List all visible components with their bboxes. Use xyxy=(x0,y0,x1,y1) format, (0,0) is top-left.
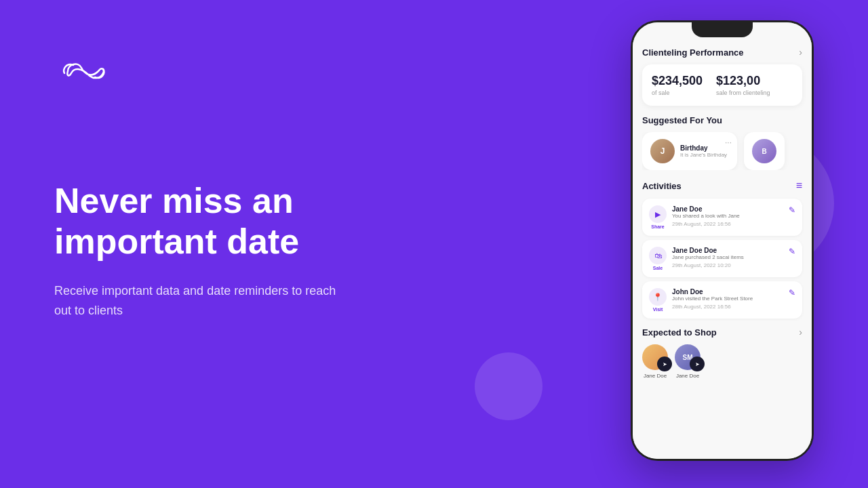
expected-title: Expected to Shop xyxy=(642,327,717,338)
activities-section: Activities ≡ ▶ Share Jane Doe You shared… xyxy=(642,180,802,319)
activity-edit-icon-3[interactable]: ✎ xyxy=(789,288,795,298)
expected-nav-btn-1[interactable]: ➤ xyxy=(657,357,672,371)
activity-name-2: Jane Doe Doe xyxy=(672,247,783,254)
activity-item-share[interactable]: ▶ Share Jane Doe You shared a look with … xyxy=(642,199,802,236)
main-headline: Never miss an important date xyxy=(54,181,448,262)
activity-body-2: Jane Doe Doe Jane purchased 2 sacai item… xyxy=(672,247,783,268)
activity-tag-2: Sale xyxy=(653,266,663,270)
left-panel: Never miss an important date Receive imp… xyxy=(54,0,448,488)
perf-section-header: Clienteling Performance › xyxy=(642,47,802,58)
of-sale-label: of sale xyxy=(652,89,703,96)
expected-arrow-icon[interactable]: › xyxy=(799,327,802,338)
activity-tag-1: Share xyxy=(651,224,664,229)
phone-shell: Clienteling Performance › $234,500 of sa… xyxy=(631,20,814,461)
activity-tag-3: Visit xyxy=(653,307,663,312)
suggested-info-1: Birthday It is Jane's Birthday xyxy=(680,144,727,158)
phone-screen: Clienteling Performance › $234,500 of sa… xyxy=(633,22,812,459)
activity-name-3: John Doe xyxy=(672,288,783,296)
avatar-placeholder-1: J xyxy=(650,139,675,163)
activity-icon-wrap-3: 📍 Visit xyxy=(649,288,667,312)
more-options-icon[interactable]: ··· xyxy=(725,138,732,147)
expected-avatar-wrap-2: SM ➤ xyxy=(675,344,701,370)
filter-icon[interactable]: ≡ xyxy=(796,180,802,192)
expected-name-1: Jane Doe xyxy=(644,373,667,379)
activity-icon-wrap-2: 🛍 Sale xyxy=(649,247,667,270)
activity-item-visit[interactable]: 📍 Visit John Doe John visited the Park S… xyxy=(642,281,802,319)
clienteling-amount: $123,00 xyxy=(716,74,770,88)
suggested-desc-1: It is Jane's Birthday xyxy=(680,152,727,158)
activities-title: Activities xyxy=(642,181,682,191)
activity-desc-1: You shared a look with Jane xyxy=(672,213,783,219)
phone-mockup: Clienteling Performance › $234,500 of sa… xyxy=(631,20,814,461)
perf-arrow-icon[interactable]: › xyxy=(799,47,802,58)
perf-of-sale: $234,500 of sale xyxy=(652,74,703,96)
suggested-card-partial[interactable]: B xyxy=(744,132,785,170)
avatar-placeholder-2: B xyxy=(752,139,776,163)
expected-scroll: ➤ Jane Doe SM ➤ Jane Doe xyxy=(642,344,802,379)
expected-section: Expected to Shop › ➤ Jane Doe xyxy=(642,327,802,379)
activity-body-1: Jane Doe You shared a look with Jane 29t… xyxy=(672,205,783,227)
main-subtext: Receive important data and date reminder… xyxy=(54,281,339,321)
suggested-section-header: Suggested For You xyxy=(642,115,802,125)
suggested-avatar-1: J xyxy=(650,139,675,163)
activity-edit-icon-1[interactable]: ✎ xyxy=(789,205,795,215)
of-sale-amount: $234,500 xyxy=(652,74,703,88)
perf-clienteling: $123,00 sale from clienteling xyxy=(716,74,770,96)
perf-card: $234,500 of sale $123,00 sale from clien… xyxy=(642,64,802,106)
phone-notch xyxy=(692,22,753,37)
activity-time-3: 28th August, 2022 16:56 xyxy=(672,304,783,310)
activity-time-2: 29th August, 2022 10:20 xyxy=(672,262,783,268)
suggested-title: Suggested For You xyxy=(642,115,722,125)
suggested-type-1: Birthday xyxy=(680,144,727,152)
activity-icon-sale: 🛍 xyxy=(649,247,667,264)
suggested-card-birthday[interactable]: J Birthday It is Jane's Birthday ··· xyxy=(642,132,737,170)
expected-nav-btn-2[interactable]: ➤ xyxy=(690,357,705,371)
activity-time-1: 29th August, 2022 16:56 xyxy=(672,221,783,227)
suggested-scroll: J Birthday It is Jane's Birthday ··· xyxy=(642,132,802,170)
phone-content: Clienteling Performance › $234,500 of sa… xyxy=(633,41,812,391)
expected-item-2[interactable]: SM ➤ Jane Doe xyxy=(675,344,701,379)
activity-icon-wrap-1: ▶ Share xyxy=(649,205,667,229)
activity-desc-3: John visited the Park Street Store xyxy=(672,296,783,302)
expected-section-header: Expected to Shop › xyxy=(642,327,802,338)
activities-section-header: Activities ≡ xyxy=(642,180,802,192)
suggested-avatar-2: B xyxy=(752,139,776,163)
activity-item-sale[interactable]: 🛍 Sale Jane Doe Doe Jane purchased 2 sac… xyxy=(642,240,802,277)
expected-item-1[interactable]: ➤ Jane Doe xyxy=(642,344,668,379)
activity-desc-2: Jane purchased 2 sacai items xyxy=(672,254,783,260)
activity-body-3: John Doe John visited the Park Street St… xyxy=(672,288,783,310)
suggested-section: Suggested For You J Birthday It is Jane'… xyxy=(642,115,802,170)
activity-icon-share: ▶ xyxy=(649,205,667,223)
app-logo xyxy=(54,54,115,91)
activity-icon-visit: 📍 xyxy=(649,288,667,306)
activity-name-1: Jane Doe xyxy=(672,205,783,213)
expected-name-2: Jane Doe xyxy=(676,373,699,379)
decorative-blob-3 xyxy=(475,352,542,420)
clienteling-label: sale from clienteling xyxy=(716,89,770,96)
expected-avatar-wrap-1: ➤ xyxy=(642,344,668,370)
activity-edit-icon-2[interactable]: ✎ xyxy=(789,247,795,256)
perf-title: Clienteling Performance xyxy=(642,47,744,58)
